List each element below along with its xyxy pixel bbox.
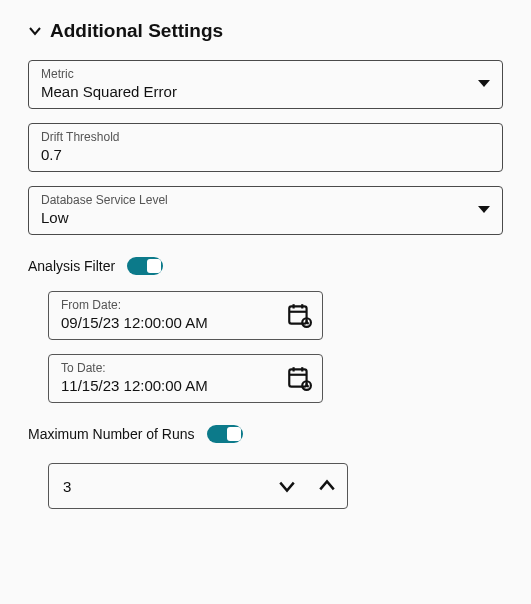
db-service-label: Database Service Level — [41, 193, 470, 207]
svg-rect-0 — [289, 306, 306, 323]
max-runs-stepper[interactable]: 3 — [48, 463, 348, 509]
metric-value: Mean Squared Error — [41, 83, 470, 100]
stepper-decrement[interactable] — [267, 464, 307, 508]
toggle-knob — [147, 259, 161, 273]
metric-select[interactable]: Metric Mean Squared Error — [28, 60, 503, 109]
drift-threshold-input[interactable]: Drift Threshold 0.7 — [28, 123, 503, 172]
metric-label: Metric — [41, 67, 470, 81]
svg-line-6 — [307, 322, 309, 323]
to-date-label: To Date: — [61, 361, 286, 375]
calendar-icon — [286, 302, 312, 328]
calendar-icon — [286, 365, 312, 391]
analysis-filter-toggle[interactable] — [127, 257, 163, 275]
db-service-select[interactable]: Database Service Level Low — [28, 186, 503, 235]
stepper-increment[interactable] — [307, 464, 347, 508]
svg-line-13 — [307, 385, 309, 386]
additional-settings-panel: Additional Settings Metric Mean Squared … — [0, 0, 531, 529]
from-date-input[interactable]: From Date: 09/15/23 12:00:00 AM — [48, 291, 323, 340]
caret-down-icon — [478, 206, 490, 213]
max-runs-row: Maximum Number of Runs — [28, 425, 503, 443]
section-header[interactable]: Additional Settings — [28, 20, 503, 42]
chevron-down-icon — [28, 24, 42, 38]
db-service-value: Low — [41, 209, 470, 226]
toggle-knob — [227, 427, 241, 441]
caret-down-icon — [478, 80, 490, 87]
svg-rect-7 — [289, 369, 306, 386]
max-runs-label: Maximum Number of Runs — [28, 426, 195, 442]
max-runs-toggle[interactable] — [207, 425, 243, 443]
from-date-label: From Date: — [61, 298, 286, 312]
drift-value: 0.7 — [41, 146, 490, 163]
section-title: Additional Settings — [50, 20, 223, 42]
from-date-value: 09/15/23 12:00:00 AM — [61, 314, 286, 331]
to-date-input[interactable]: To Date: 11/15/23 12:00:00 AM — [48, 354, 323, 403]
max-runs-value: 3 — [49, 478, 267, 495]
analysis-filter-label: Analysis Filter — [28, 258, 115, 274]
to-date-value: 11/15/23 12:00:00 AM — [61, 377, 286, 394]
drift-label: Drift Threshold — [41, 130, 490, 144]
analysis-filter-row: Analysis Filter — [28, 257, 503, 275]
